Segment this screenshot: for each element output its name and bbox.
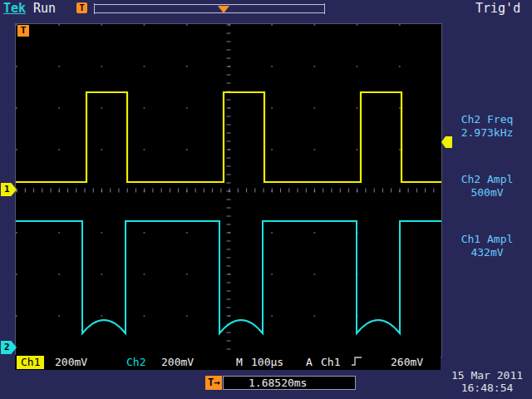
- measurement-label: Ch1 Ampl: [444, 233, 530, 246]
- trigger-mode-label: A: [306, 356, 313, 369]
- date-time: 15 Mar 2011 16:48:54: [444, 369, 530, 394]
- measurement-label: Ch2 Freq: [444, 113, 530, 126]
- measurement-value: 500mV: [444, 186, 530, 200]
- rising-edge-icon: [351, 356, 362, 370]
- trigger-position-icon: T: [76, 2, 87, 13]
- time: 16:48:54: [444, 382, 530, 394]
- trigger-status: Trig'd: [475, 1, 520, 16]
- trigger-position-marker-icon: [218, 6, 229, 13]
- tek-logo: Tek: [3, 1, 26, 16]
- timebase-value: 100µs: [251, 356, 283, 369]
- measurement-value: 432mV: [444, 246, 530, 259]
- waveform-display: [16, 24, 441, 357]
- ch1-scale: 200mV: [55, 356, 87, 369]
- delay-time-readout: 1.68520ms: [223, 376, 356, 390]
- channel-readout-bar: Ch1 200mV Ch2 200mV M 100µs A Ch1 260mV: [15, 355, 441, 370]
- measurement-ch2-ampl: Ch2 Ampl 500mV: [444, 173, 530, 200]
- timebase-label: M: [236, 356, 243, 369]
- ch2-badge: Ch2: [126, 356, 145, 369]
- oscilloscope-screen: Tek Run T Trig'd T 1 2 Ch2 Freq 2.973kHz…: [0, 0, 532, 399]
- grid-dots: [16, 24, 441, 357]
- measurement-label: Ch2 Ampl: [444, 173, 530, 186]
- record-view-bar: [94, 4, 325, 13]
- measurement-value: 2.973kHz: [444, 126, 530, 140]
- graticule: [15, 23, 442, 357]
- trigger-corner-marker: T: [17, 25, 29, 37]
- trigger-source: Ch1: [321, 356, 340, 369]
- acquisition-status: Run: [33, 1, 56, 16]
- measurement-ch2-freq: Ch2 Freq 2.973kHz: [444, 113, 530, 140]
- trigger-level-value: 260mV: [391, 356, 423, 369]
- date: 15 Mar 2011: [444, 369, 530, 382]
- ch2-scale: 200mV: [161, 356, 194, 369]
- measurement-ch1-ampl: Ch1 Ampl 432mV: [444, 233, 530, 259]
- ch1-badge: Ch1: [17, 356, 44, 369]
- delay-time-icon: T→: [205, 376, 222, 390]
